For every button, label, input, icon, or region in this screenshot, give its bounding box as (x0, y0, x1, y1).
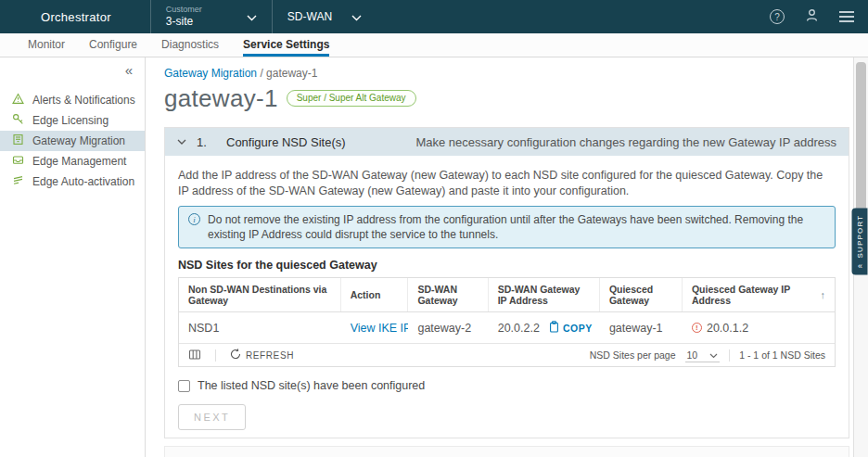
refresh-button[interactable]: REFRESH (230, 349, 294, 362)
tab-diagnostics[interactable]: Diagnostics (161, 33, 219, 57)
configured-check-row: The listed NSD site(s) have been configu… (178, 379, 836, 392)
top-bar: Orchestrator Customer 3-site SD-WAN ? (0, 0, 868, 33)
sidebar-item-gateway-migration[interactable]: Gateway Migration (0, 131, 145, 151)
copy-label: COPY (563, 323, 593, 334)
info-icon: i (188, 213, 200, 225)
customer-label: Customer (166, 5, 202, 15)
column-header-quiesced-gateway-ip[interactable]: Quiesced Gateway IP Address ↑ (683, 278, 835, 311)
table-footer-right: NSD Sites per page 10 1 - 1 of 1 NSD Sit… (590, 349, 825, 362)
sidebar-item-alerts-notifications[interactable]: Alerts & Notifications (0, 90, 145, 110)
tab-monitor[interactable]: Monitor (28, 33, 65, 57)
column-header-nsd[interactable]: Non SD-WAN Destinations via Gateway (179, 278, 341, 311)
customer-selector[interactable]: Customer 3-site (151, 0, 272, 33)
cell-sdwan-gateway: gateway-2 (408, 322, 488, 335)
refresh-label: REFRESH (246, 350, 294, 361)
table-title: NSD Sites for the quiesced Gateway (178, 259, 836, 272)
info-alert-text: Do not remove the existing IP address fr… (208, 212, 823, 242)
gateway-migration-icon (12, 133, 24, 148)
step1-card: 1. Configure NSD Site(s) Make necessary … (164, 127, 849, 438)
support-label: SUPPORT (856, 215, 864, 259)
footer-divider (215, 349, 216, 362)
footer-divider (729, 349, 730, 362)
customer-value: 3-site (166, 15, 202, 28)
column-header-sdwan-gateway[interactable]: SD-WAN Gateway (408, 278, 488, 311)
breadcrumb-parent-link[interactable]: Gateway Migration (164, 67, 257, 80)
per-page-select[interactable]: 10 (685, 349, 721, 362)
sidebar-item-label: Edge Auto-activation (32, 175, 134, 188)
copy-ip-button[interactable]: COPY (549, 321, 593, 335)
quiesced-gateway-ip-value: 20.0.1.2 (707, 322, 748, 335)
nsd-sites-table: Non SD-WAN Destinations via Gateway Acti… (178, 277, 836, 367)
step1-description: Add the IP address of the SD-WAN Gateway… (178, 168, 836, 199)
sidebar-item-edge-management[interactable]: Edge Management (0, 151, 145, 171)
sidebar-item-label: Edge Management (32, 155, 126, 168)
tab-configure[interactable]: Configure (89, 33, 137, 57)
per-page-value: 10 (687, 349, 698, 361)
sidebar-item-label: Alerts & Notifications (32, 94, 135, 107)
column-picker-icon[interactable] (188, 349, 201, 362)
auto-activation-icon (12, 174, 24, 189)
orchestrator-app: Orchestrator Customer 3-site SD-WAN ? (0, 0, 868, 457)
key-icon (12, 113, 24, 128)
service-selector[interactable]: SD-WAN (273, 0, 377, 33)
main-content: Gateway Migration / gateway-1 gateway-1 … (146, 57, 853, 457)
edge-management-icon (12, 154, 24, 169)
chevron-down-icon[interactable] (177, 139, 197, 145)
table-footer-left: REFRESH (188, 349, 294, 362)
step2-header[interactable]: 2. Switch Gateways For each NSD, switch … (164, 446, 849, 457)
next-button[interactable]: NEXT (178, 404, 246, 430)
support-tab[interactable]: « SUPPORT (852, 209, 868, 275)
primary-tabs: Monitor Configure Diagnostics Service Se… (0, 33, 868, 57)
gateway-role-badge: Super / Super Alt Gateway (287, 90, 416, 107)
user-icon[interactable] (804, 7, 820, 27)
support-chevron-icon: « (857, 261, 862, 271)
clipboard-icon (549, 321, 559, 335)
sort-ascending-icon[interactable]: ↑ (820, 289, 825, 300)
column-header-quiesced-gateway[interactable]: Quiesced Gateway (600, 278, 683, 311)
breadcrumb-current: gateway-1 (266, 67, 317, 80)
column-header-action[interactable]: Action (341, 278, 409, 311)
alert-triangle-icon (12, 93, 24, 108)
menu-icon[interactable] (839, 11, 854, 22)
cell-sdwan-gateway-ip: 20.0.2.2 COPY (489, 321, 600, 335)
pagination-range: 1 - 1 of 1 NSD Sites (739, 349, 825, 361)
breadcrumb: Gateway Migration / gateway-1 (164, 67, 853, 80)
chevron-down-icon (351, 8, 362, 25)
step1-body: Add the IP address of the SD-WAN Gateway… (165, 156, 849, 438)
cell-quiesced-gateway: gateway-1 (600, 322, 683, 335)
sidebar: « Alerts & Notifications Edge Licensing (0, 57, 146, 457)
table-row: NSD1 View IKE IPSec gateway-2 20.0.2.2 (179, 312, 835, 344)
step1-header[interactable]: 1. Configure NSD Site(s) Make necessary … (165, 128, 849, 156)
page-title: gateway-1 (164, 84, 278, 112)
cell-quiesced-gateway-ip: ! 20.0.1.2 (683, 322, 835, 335)
topbar-actions: ? (770, 0, 868, 33)
table-header-row: Non SD-WAN Destinations via Gateway Acti… (179, 278, 835, 312)
chevron-down-icon (247, 8, 257, 25)
info-alert: i Do not remove the existing IP address … (178, 206, 836, 248)
sidebar-item-label: Gateway Migration (32, 134, 125, 147)
chevron-down-icon (709, 349, 718, 361)
cell-action: View IKE IPSec (341, 322, 409, 335)
refresh-icon (230, 349, 241, 362)
step1-title: Configure NSD Site(s) (226, 135, 346, 149)
step1-summary: Make necessary configuration changes reg… (415, 135, 836, 149)
cell-nsd-name: NSD1 (179, 322, 341, 335)
sdwan-gateway-ip-value: 20.0.2.2 (498, 322, 540, 335)
product-title: Orchestrator (0, 0, 150, 33)
per-page-label: NSD Sites per page (590, 349, 676, 361)
configured-checkbox[interactable] (178, 380, 190, 392)
sidebar-item-edge-licensing[interactable]: Edge Licensing (0, 110, 145, 131)
service-value: SD-WAN (287, 10, 332, 23)
sidebar-collapse-icon[interactable]: « (0, 57, 145, 82)
view-ike-ipsec-link[interactable]: View IKE IPSec (351, 322, 409, 335)
sidebar-item-label: Edge Licensing (32, 114, 108, 127)
help-icon[interactable]: ? (770, 9, 785, 24)
step1-number: 1. (197, 135, 226, 149)
tab-service-settings[interactable]: Service Settings (243, 33, 329, 57)
configured-checkbox-label: The listed NSD site(s) have been configu… (198, 379, 425, 392)
column-header-sdwan-gateway-ip[interactable]: SD-WAN Gateway IP Address (489, 278, 600, 311)
sidebar-item-edge-auto-activation[interactable]: Edge Auto-activation (0, 171, 145, 192)
sidebar-nav: Alerts & Notifications Edge Licensing (0, 90, 145, 192)
table-footer: REFRESH NSD Sites per page 10 (179, 344, 835, 366)
error-icon: ! (692, 323, 702, 333)
